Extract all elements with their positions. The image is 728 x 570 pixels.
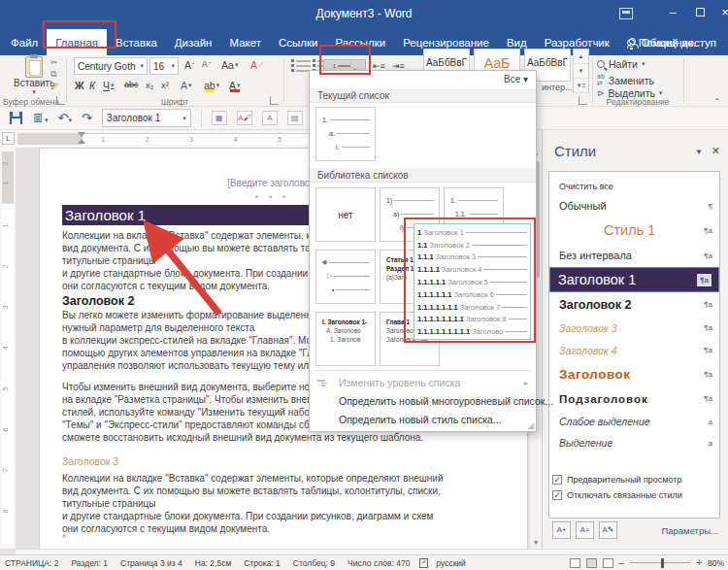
- zoom-level[interactable]: 80%: [708, 558, 724, 568]
- styles-panel-menu-icon[interactable]: ▼: [695, 148, 703, 156]
- italic-button[interactable]: К: [89, 80, 95, 91]
- change-case-button[interactable]: Аа▾: [221, 59, 238, 71]
- style-item-s-nospace[interactable]: Без интервала¶a: [549, 244, 719, 267]
- gallery-up-icon[interactable]: ▲: [574, 50, 588, 64]
- style-item-s-clear[interactable]: Очистить все: [549, 178, 719, 195]
- cut-icon[interactable]: ✂: [50, 57, 58, 67]
- tab-design[interactable]: Дизайн: [166, 29, 221, 55]
- styles-panel-close-icon[interactable]: ✕: [711, 145, 720, 157]
- scroll-down-icon[interactable]: ▼: [530, 537, 542, 549]
- status-item[interactable]: На: 2,5см: [195, 558, 232, 568]
- status-item[interactable]: Строка: 1: [244, 558, 281, 568]
- linked-styles-checkbox-row[interactable]: ✓ Отключать связанные стили: [552, 490, 682, 500]
- menu-item-change-list-level[interactable]: Изменить уровень списка ▸: [310, 375, 536, 391]
- print-layout-icon[interactable]: [586, 558, 597, 568]
- clipboard-dialog-launcher[interactable]: [56, 96, 65, 105]
- status-item[interactable]: Страница 3 из 4: [120, 558, 182, 568]
- print-preview-icon[interactable]: 🗏▾: [32, 111, 49, 125]
- tab-references[interactable]: Ссылки: [270, 29, 327, 55]
- bullets-button[interactable]: [291, 57, 311, 77]
- style-gallery-scroll[interactable]: ▲ ▼ ▼≡: [573, 49, 589, 93]
- bold-button[interactable]: Ж: [75, 80, 84, 91]
- highlight-color-button[interactable]: ab▾: [204, 80, 219, 91]
- zoom-slider[interactable]: [630, 562, 690, 564]
- table-icon[interactable]: ▦: [212, 111, 227, 125]
- doc-heading-3[interactable]: Заголовок 3: [62, 455, 118, 467]
- text-effects-button[interactable]: А▾: [181, 80, 192, 91]
- clear-formatting-button[interactable]: А⟋: [250, 59, 263, 71]
- manage-styles-button[interactable]: А✎: [599, 521, 617, 539]
- font-color-button[interactable]: А▾: [229, 80, 241, 91]
- status-item[interactable]: СТРАНИЦА: 2: [5, 558, 58, 568]
- new-window-icon[interactable]: ▤: [287, 111, 303, 125]
- style-item-s-normal[interactable]: Обычный¶: [549, 195, 719, 217]
- list-none-option[interactable]: нет: [315, 187, 376, 242]
- tab-stop-selector[interactable]: L: [2, 132, 15, 145]
- font-dialog-launcher[interactable]: [270, 96, 279, 105]
- list-zone-selector[interactable]: Все ▾: [504, 74, 528, 84]
- language-indicator[interactable]: русский: [436, 558, 466, 568]
- minimize-button[interactable]: –: [662, 6, 683, 19]
- maximize-button[interactable]: [689, 6, 711, 19]
- style-item-s-emphasis[interactable]: Выделениеа: [549, 432, 719, 453]
- styles-brush-icon[interactable]: А🖌: [237, 111, 252, 125]
- strikethrough-button[interactable]: abc: [124, 80, 139, 89]
- new-style-button[interactable]: А+: [552, 521, 571, 539]
- style-item-s-title[interactable]: Заголовок¶a: [549, 361, 719, 386]
- list-roman-heading-option[interactable]: I. Заголовок 1- А. Заголово 1. Заголов: [315, 312, 376, 366]
- find-button[interactable]: Найти ▾: [597, 58, 645, 70]
- collapse-ribbon-icon[interactable]: ⌃: [713, 97, 721, 107]
- subscript-button[interactable]: x₂: [146, 80, 153, 90]
- menu-item-define-multilevel-list[interactable]: Определить новый многоуровневый список..…: [310, 393, 536, 410]
- menu-item-define-list-style[interactable]: Определить новый стиль списка...: [310, 412, 536, 428]
- zoom-out-button[interactable]: –: [619, 557, 625, 568]
- ribbon-display-options-icon[interactable]: [619, 8, 633, 19]
- underline-button[interactable]: Ч▾: [103, 80, 115, 91]
- outline-collapse-mark[interactable]: ^: [62, 533, 66, 543]
- shrink-font-button[interactable]: Аˇ: [202, 59, 211, 69]
- font-name-combo[interactable]: Century Goth▾: [74, 57, 148, 75]
- proofing-icon[interactable]: [419, 558, 428, 568]
- zoom-in-button[interactable]: +: [696, 557, 702, 568]
- web-layout-icon[interactable]: [603, 558, 613, 568]
- style-item-s-h2[interactable]: Заголовок 2¶a: [549, 292, 719, 317]
- style-item-s-subtitle[interactable]: Подзаголовок¶a: [549, 386, 719, 411]
- zoom-slider-thumb[interactable]: [661, 558, 664, 568]
- style-name-combo[interactable]: Заголовок 1 ▾: [102, 109, 191, 127]
- style-item-s-style1[interactable]: Стиль 1¶a: [549, 217, 719, 244]
- status-item[interactable]: Число слов: 470: [347, 558, 410, 568]
- status-item[interactable]: Раздел: 1: [71, 558, 108, 568]
- format-painter-icon[interactable]: 🖉: [50, 82, 59, 91]
- list-bullet-option[interactable]: ◆ ▷ •: [315, 250, 376, 304]
- read-mode-icon[interactable]: [570, 558, 580, 568]
- gallery-more-icon[interactable]: ▼≡: [574, 79, 588, 93]
- redo-icon[interactable]: ↷: [82, 111, 92, 125]
- doc-heading-2[interactable]: Заголовок 2: [62, 294, 134, 308]
- style-item-s-h4[interactable]: Заголовок 4¶a: [549, 339, 719, 361]
- current-list-preview[interactable]: 1. a. i.: [315, 107, 376, 161]
- vertical-ruler[interactable]: 2112345678: [0, 148, 16, 549]
- share-button[interactable]: Общий доступ: [619, 29, 724, 55]
- resize-grip-icon[interactable]: ◢: [528, 421, 534, 430]
- tab-layout[interactable]: Макет: [220, 29, 270, 55]
- hanging-indent-marker[interactable]: [78, 139, 85, 144]
- styles-dialog-launcher[interactable]: [579, 96, 587, 105]
- font-color-quick-icon[interactable]: А: [262, 111, 278, 125]
- style-item-s-h1[interactable]: Заголовок 1¶a: [549, 267, 719, 292]
- preview-checkbox-row[interactable]: ✓ Предварительный просмотр: [552, 475, 681, 485]
- options-link[interactable]: Параметры...: [661, 525, 718, 536]
- save-icon[interactable]: [10, 112, 22, 124]
- font-size-combo[interactable]: 16▾: [149, 57, 179, 75]
- style-item-s-h3[interactable]: Заголовок 3¶a: [549, 317, 719, 339]
- gallery-down-icon[interactable]: ▼: [574, 64, 588, 79]
- tab-file[interactable]: Файл: [2, 29, 47, 55]
- status-item[interactable]: Столбец: 9: [293, 558, 335, 568]
- close-button[interactable]: ×: [714, 6, 728, 19]
- first-line-indent-marker[interactable]: [78, 132, 85, 137]
- replace-button[interactable]: ab⇄ Заменить: [597, 73, 654, 87]
- copy-icon[interactable]: ⧉: [50, 69, 56, 79]
- superscript-button[interactable]: x²: [161, 80, 169, 90]
- paste-button[interactable]: Вставить ▾: [14, 55, 54, 96]
- undo-icon[interactable]: ↶▾: [58, 111, 72, 125]
- style-item-s-subtle[interactable]: Слабое выделениеа: [549, 411, 719, 432]
